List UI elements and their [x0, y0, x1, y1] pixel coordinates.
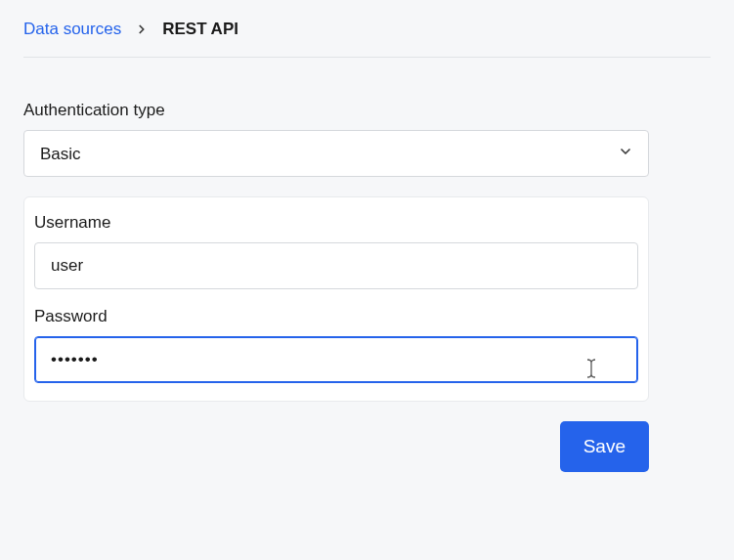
- save-button[interactable]: Save: [560, 421, 649, 472]
- username-input[interactable]: [34, 242, 638, 289]
- username-field-group: Username: [34, 213, 638, 289]
- credentials-card: Username Password: [23, 196, 649, 402]
- auth-type-label: Authentication type: [23, 101, 711, 120]
- password-field-group: Password: [34, 307, 638, 383]
- breadcrumb-link-data-sources[interactable]: Data sources: [23, 20, 121, 39]
- auth-type-select-wrapper: Basic: [23, 130, 649, 177]
- breadcrumb-current: REST API: [162, 20, 238, 39]
- password-input[interactable]: [34, 336, 638, 383]
- chevron-right-icon: [135, 22, 149, 36]
- button-row: Save: [23, 421, 649, 472]
- breadcrumb: Data sources REST API: [23, 20, 711, 58]
- username-label: Username: [34, 213, 638, 233]
- auth-type-select[interactable]: Basic: [23, 130, 649, 177]
- password-label: Password: [34, 307, 638, 326]
